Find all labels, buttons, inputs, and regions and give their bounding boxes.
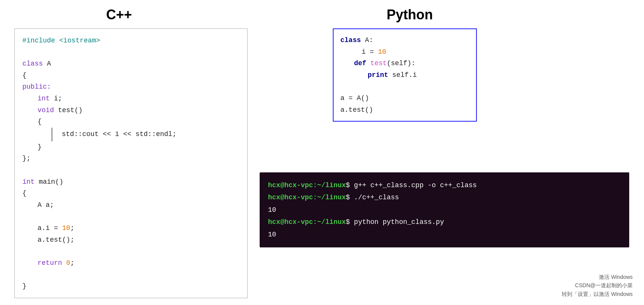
watermark: 激活 Windows CSDN@一道起制的小菜 转到「设置」以激活 Window… <box>562 273 633 298</box>
cpp-line-7: void test() <box>22 105 240 116</box>
py-line-6: a = A() <box>340 92 469 104</box>
terminal-output-2: 10 <box>268 228 621 241</box>
cpp-line-22: } <box>22 280 240 292</box>
terminal-box: hcx@hcx-vpc:~/linux$ g++ c++_class.cpp -… <box>260 172 629 247</box>
cpp-line-13: int main() <box>22 176 240 188</box>
cpp-line-9: std::cout << i << std::endl; <box>22 128 240 141</box>
watermark-line3: 转到「设置」以激活 Windows <box>562 290 633 298</box>
cpp-line-8: { <box>22 116 240 128</box>
cpp-line-14: { <box>22 188 240 199</box>
cpp-line-12 <box>22 164 240 176</box>
python-title: Python <box>387 7 433 23</box>
cpp-line-18: a.test(); <box>22 234 240 246</box>
py-line-2: i = 10 <box>340 46 469 58</box>
terminal-output-1: 10 <box>268 204 621 216</box>
cpp-line-2 <box>22 47 240 58</box>
cpp-line-16 <box>22 211 240 222</box>
python-code-box: class A: i = 10 def test(self): print se… <box>333 28 477 122</box>
cpp-code-box: #include <iostream> class A { public: in… <box>14 28 248 298</box>
watermark-line1: 激活 Windows <box>562 273 633 281</box>
py-line-3: def test(self): <box>340 58 469 69</box>
terminal-line-1: hcx@hcx-vpc:~/linux$ g++ c++_class.cpp -… <box>268 179 621 191</box>
terminal-line-2: hcx@hcx-vpc:~/linux$ ./c++_class <box>268 191 621 203</box>
cpp-line-20: return 0; <box>22 257 240 269</box>
py-line-7: a.test() <box>340 104 469 116</box>
watermark-line2: CSDN@一道起制的小菜 <box>562 281 633 289</box>
cpp-line-21 <box>22 269 240 280</box>
py-line-4: print self.i <box>340 69 469 81</box>
cpp-title: C++ <box>106 7 132 23</box>
terminal-line-3: hcx@hcx-vpc:~/linux$ python python_class… <box>268 216 621 228</box>
cpp-line-4: { <box>22 70 240 81</box>
cpp-line-19 <box>22 246 240 257</box>
cpp-line-5: public: <box>22 81 240 93</box>
cpp-line-10: } <box>22 141 240 153</box>
cpp-line-1: #include <iostream> <box>22 35 240 47</box>
py-line-1: class A: <box>340 34 469 46</box>
cpp-line-11: }; <box>22 153 240 164</box>
py-line-5 <box>340 81 469 92</box>
cpp-line-17: a.i = 10; <box>22 222 240 234</box>
cpp-line-6: int i; <box>22 93 240 105</box>
cpp-line-15: A a; <box>22 199 240 211</box>
cpp-line-3: class A <box>22 58 240 70</box>
